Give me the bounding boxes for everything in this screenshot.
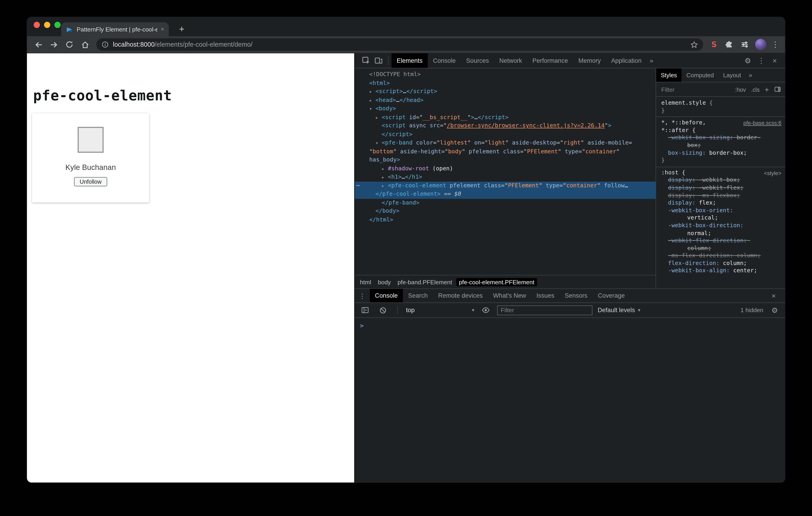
device-toolbar-icon[interactable] [372, 54, 385, 67]
dom-tree-line[interactable]: </html> [355, 216, 656, 224]
dom-tree-line[interactable]: ▸<h1>…</h1> [355, 173, 656, 181]
drawer-close-icon[interactable]: × [767, 290, 780, 302]
expand-arrow-icon[interactable]: ▸ [382, 173, 384, 181]
new-style-rule-button[interactable]: + [765, 85, 769, 94]
dom-tree-line[interactable]: "bottom" aside-height="body" pfelement c… [355, 147, 656, 156]
devtools-tab-sources[interactable]: Sources [461, 53, 494, 68]
drawer-tab-search[interactable]: Search [403, 289, 433, 302]
breadcrumb-pfe-cool-element-pfelement[interactable]: pfe-cool-element.PFElement [456, 278, 537, 286]
devtools-close-icon[interactable]: × [768, 54, 781, 67]
browser-tab[interactable]: PatternFly Element | pfe-cool-e × [61, 22, 169, 36]
devtools-menu-icon[interactable]: ⋮ [755, 54, 767, 67]
expand-arrow-icon[interactable]: ▸ [369, 96, 372, 105]
dom-tree-line[interactable]: </body> [355, 207, 656, 216]
home-button[interactable] [78, 38, 91, 51]
drawer-tab-coverage[interactable]: Coverage [593, 289, 630, 302]
inspect-element-icon[interactable] [360, 54, 373, 67]
devtools-tab-application[interactable]: Application [606, 53, 647, 68]
expand-arrow-icon[interactable]: ▸ [369, 87, 372, 96]
back-button[interactable] [31, 38, 45, 51]
style-declaration-line[interactable]: -webkit-flex-direction: [656, 237, 785, 245]
style-declaration-line[interactable]: *::after { [656, 127, 785, 134]
forward-button[interactable] [47, 38, 60, 51]
dom-tree-line[interactable]: </pfe-cool-element> == $0 [355, 190, 656, 199]
collapse-arrow-icon[interactable]: ▾ [369, 105, 372, 113]
drawer-tab-issues[interactable]: Issues [531, 289, 560, 302]
dom-tree-line[interactable]: ▸<head>…</head> [355, 96, 656, 105]
drawer-tab-console[interactable]: Console [370, 289, 403, 302]
execution-context-selector[interactable]: top ▾ [406, 306, 474, 314]
console-messages-area[interactable]: > [355, 318, 785, 483]
profile-avatar[interactable] [755, 39, 766, 50]
extension-tune-icon[interactable] [738, 38, 751, 51]
style-declaration-line[interactable]: :host {<style> [656, 169, 785, 177]
log-levels-select[interactable]: Default levels ▾ [598, 306, 640, 314]
style-declaration-line[interactable]: box-sizing: border-box; [656, 150, 785, 157]
expand-arrow-icon[interactable]: ▸ [382, 164, 384, 173]
zoom-window-button[interactable] [54, 22, 60, 28]
style-declaration-line[interactable]: display: -webkit-flex; [656, 184, 785, 192]
style-declaration-line[interactable]: box; [656, 142, 785, 149]
style-declaration-line[interactable]: *, *::before,pfe-base.scss:6 [656, 119, 785, 127]
breadcrumb-body[interactable]: body [375, 278, 394, 286]
style-declaration-line[interactable]: } [656, 107, 785, 114]
expand-arrow-icon[interactable]: ▸ [375, 113, 378, 122]
drawer-menu-icon[interactable]: ⋮ [355, 292, 370, 299]
drawer-tab-sensors[interactable]: Sensors [560, 289, 593, 302]
unfollow-button[interactable]: Unfollow [74, 177, 107, 186]
node-more-actions-icon[interactable]: ⋯ [356, 181, 359, 190]
style-declaration-line[interactable]: -webkit-box-align: center; [656, 268, 785, 275]
style-declaration-line[interactable]: display: -ms-flexbox; [656, 192, 785, 199]
style-declaration-line[interactable]: flex-direction: column; [656, 260, 785, 267]
console-settings-gear-icon[interactable]: ⚙ [768, 304, 781, 316]
devtools-tab-elements[interactable]: Elements [392, 53, 428, 68]
dom-tree-line[interactable]: <!DOCTYPE html> [355, 70, 656, 79]
style-declaration-line[interactable]: element.style { [656, 99, 785, 107]
dom-tree-line[interactable]: has_body> [355, 156, 656, 164]
style-declaration-line[interactable]: column; [656, 245, 785, 252]
console-filter-input[interactable] [497, 305, 592, 315]
dom-tree-line[interactable]: ⋯▸<pfe-cool-element pfelement class="PFE… [355, 181, 656, 190]
close-window-button[interactable] [34, 22, 40, 28]
dom-tree-line[interactable]: ▸<script>…</script> [355, 87, 656, 96]
style-declaration-line[interactable]: -webkit-box-orient: [656, 207, 785, 214]
dom-tree-line[interactable]: </pfe-band> [355, 199, 656, 207]
devtools-settings-gear-icon[interactable]: ⚙ [742, 54, 754, 67]
dom-tree-line[interactable]: </script> [355, 130, 656, 139]
stylesheet-source-link[interactable]: pfe-base.scss:6 [743, 119, 785, 127]
drawer-tab-what-s-new[interactable]: What's New [488, 289, 531, 302]
pseudo-state-toggle[interactable]: :hov [735, 86, 746, 92]
style-declaration-line[interactable]: display: flex; [656, 199, 785, 207]
drawer-tab-remote-devices[interactable]: Remote devices [433, 289, 488, 302]
breadcrumb-html[interactable]: html [357, 278, 374, 286]
styles-tab-styles[interactable]: Styles [656, 68, 682, 82]
styles-filter-input[interactable] [660, 86, 698, 93]
site-info-icon[interactable] [102, 41, 109, 48]
style-declaration-line[interactable]: -ms-flex-direction: column; [656, 252, 785, 260]
dom-tree-line[interactable]: ▾<body> [355, 105, 656, 113]
collapse-arrow-icon[interactable]: ▾ [375, 139, 378, 148]
styles-tab-layout[interactable]: Layout [719, 68, 746, 82]
devtools-tab-performance[interactable]: Performance [527, 53, 573, 68]
stylesheet-source-link[interactable]: <style> [764, 169, 785, 177]
reload-button[interactable] [63, 38, 76, 51]
devtools-tabs-overflow-icon[interactable]: » [647, 57, 657, 64]
style-declaration-line[interactable]: normal; [656, 230, 785, 237]
devtools-tab-console[interactable]: Console [428, 53, 461, 68]
dom-tree-line[interactable]: <script async src="/browser-sync/browser… [355, 122, 656, 130]
extension-puzzle-icon[interactable] [723, 38, 736, 51]
style-declaration-line[interactable]: vertical; [656, 214, 785, 222]
devtools-tab-network[interactable]: Network [494, 53, 527, 68]
style-declaration-line[interactable]: -webkit-box-sizing: border- [656, 134, 785, 142]
console-sidebar-toggle-icon[interactable] [359, 304, 371, 316]
minimize-window-button[interactable] [44, 22, 50, 28]
dom-tree-line[interactable]: ▸<script id="__bs_script__">…</script> [355, 113, 656, 122]
clear-console-icon[interactable] [377, 304, 389, 316]
extension-s-icon[interactable]: S [708, 40, 721, 49]
dom-tree-line[interactable]: ▸#shadow-root (open) [355, 164, 656, 173]
dom-tree-line[interactable]: ▾<pfe-band color="lightest" on="light" a… [355, 139, 656, 148]
dom-tree-line[interactable]: <html> [355, 79, 656, 88]
bookmark-star-icon[interactable] [690, 40, 698, 48]
style-declaration-line[interactable]: -webkit-box-direction: [656, 222, 785, 230]
console-prompt-chevron[interactable]: > [360, 322, 364, 329]
